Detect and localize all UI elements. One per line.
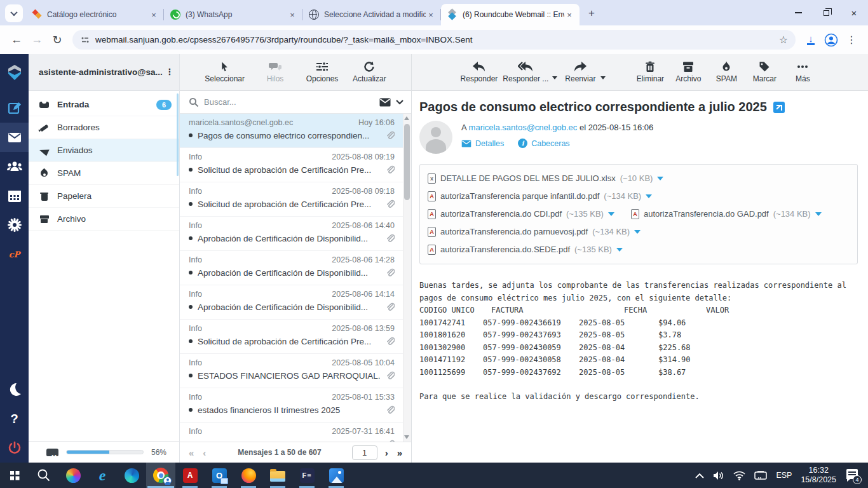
message-row[interactable]: Info 2025-08-01 15:33 estados financiero… — [180, 388, 411, 423]
browser-menu-button[interactable]: ⋮ — [841, 30, 862, 50]
tab-close-icon[interactable]: × — [564, 10, 574, 20]
folder-item[interactable]: Papelera — [29, 185, 179, 208]
delete-button[interactable]: Eliminar — [634, 61, 667, 83]
wifi-icon[interactable] — [733, 471, 745, 480]
search-options-chevron-icon[interactable] — [396, 100, 403, 105]
spam-button[interactable]: SPAM — [710, 61, 743, 83]
attachment[interactable]: x DETALLE DE PAGOS DEL MES DE JULIO.xlsx… — [428, 170, 833, 187]
contacts-nav-button[interactable] — [0, 152, 29, 181]
page-number-input[interactable] — [352, 445, 377, 460]
attachment-name[interactable]: autorizaTransferencia.do GAD.pdf — [644, 205, 769, 223]
language-indicator[interactable]: ESP — [776, 471, 792, 480]
attachment[interactable]: A autorizaTransferencia.do parnuevosj.pd… — [428, 223, 833, 241]
message-row[interactable]: Info 2025-08-06 14:28 Aprobación de Cert… — [180, 251, 411, 285]
attachment[interactable]: A autorizaTransferencia parque infantil.… — [428, 187, 833, 205]
reply-button[interactable]: Responder — [461, 61, 498, 83]
search-input[interactable] — [204, 97, 374, 107]
mark-button[interactable]: Marcar — [748, 61, 781, 83]
settings-nav-button[interactable] — [0, 210, 29, 240]
reply-all-dropdown[interactable] — [552, 76, 557, 79]
forward-button[interactable]: Reenviar — [564, 61, 597, 83]
first-page-button[interactable]: « — [187, 447, 195, 458]
reload-button[interactable]: ↻ — [47, 30, 67, 50]
forward-button[interactable]: → — [27, 30, 47, 50]
attachment-name[interactable]: autorizaTransferencia.do.SEDE.pdf — [440, 241, 570, 259]
tab-close-icon[interactable]: × — [287, 10, 297, 20]
refresh-button[interactable]: Actualizar — [353, 61, 386, 83]
tab-search-button[interactable] — [5, 4, 23, 22]
folder-item[interactable]: Archivo — [29, 208, 179, 231]
notification-center-button[interactable]: 4 — [845, 467, 862, 484]
reply-all-button[interactable]: Responder ... — [503, 61, 548, 83]
archive-button[interactable]: Archivo — [672, 61, 705, 83]
attachment[interactable]: A autorizaTransferencia.do CDI.pdf (~135… — [428, 205, 614, 223]
folder-item[interactable]: Borradores — [29, 116, 179, 139]
attachment-menu-caret[interactable] — [815, 212, 822, 216]
attachment-menu-caret[interactable] — [608, 212, 614, 216]
open-in-new-window-icon[interactable] — [773, 102, 785, 113]
address-bar[interactable]: webmail.sanjuan.gob.ec/cpsess2676495776/… — [72, 30, 796, 50]
attachment-menu-caret[interactable] — [657, 177, 663, 180]
headers-toggle[interactable]: i Cabeceras — [518, 139, 569, 148]
virtual-desktop-icon[interactable] — [754, 471, 767, 480]
back-button[interactable]: ← — [6, 30, 27, 50]
list-scrollbar[interactable] — [403, 114, 411, 442]
site-info-icon[interactable] — [80, 35, 90, 45]
help-button[interactable]: ? — [0, 404, 29, 433]
attachment-name[interactable]: DETALLE DE PAGOS DEL MES DE JULIO.xlsx — [440, 170, 616, 187]
prev-page-button[interactable]: ‹ — [201, 447, 207, 458]
scrollbar-thumb[interactable] — [404, 124, 410, 200]
attachment[interactable]: A autorizaTransferencia.do GAD.pdf (~134… — [631, 205, 822, 223]
acrobat-button[interactable]: A — [175, 463, 205, 488]
taskbar-search-button[interactable] — [29, 463, 58, 488]
search-scope-mail-icon[interactable] — [379, 98, 391, 107]
attachment-name[interactable]: autorizaTransferencia.do parnuevosj.pdf — [440, 223, 588, 241]
attachment-name[interactable]: autorizaTransferencia.do CDI.pdf — [440, 205, 562, 223]
minimize-button[interactable] — [784, 0, 812, 25]
next-page-button[interactable]: › — [384, 447, 390, 458]
message-row[interactable]: Info 2025-07-31 16:41 — [180, 423, 411, 442]
profile-button[interactable] — [821, 30, 841, 50]
select-button[interactable]: Seleccionar — [205, 61, 245, 83]
folder-item[interactable]: SPAM — [29, 162, 179, 185]
edge-button[interactable] — [117, 463, 146, 488]
clock[interactable]: 16:32 15/8/2025 — [801, 466, 836, 485]
tab-close-icon[interactable]: × — [426, 10, 436, 20]
message-row[interactable]: Info 2025-08-06 14:40 Aprobación de Cert… — [180, 217, 411, 251]
browser-tab[interactable]: Catálogo electrónico × — [25, 4, 164, 25]
message-row[interactable]: maricela.santos@cnel.gob.ec Hoy 16:06 Pa… — [180, 114, 411, 148]
attachment-name[interactable]: autorizaTransferencia parque infantil.do… — [440, 187, 599, 205]
outlook-button[interactable]: O — [205, 463, 234, 488]
message-row[interactable]: Info 2025-08-05 10:04 ESTADOS FINANCIERO… — [180, 354, 411, 388]
new-tab-button[interactable]: + — [583, 5, 600, 22]
volume-icon[interactable] — [713, 471, 724, 480]
folder-item[interactable]: Entrada 6 — [29, 93, 179, 116]
sidebar-scrollbar[interactable] — [177, 93, 179, 176]
message-row[interactable]: Info 2025-08-08 09:18 Solicitud de aprob… — [180, 182, 411, 217]
tray-expand-chevron[interactable] — [695, 473, 704, 478]
compose-button[interactable] — [0, 93, 29, 123]
forward-dropdown[interactable] — [600, 76, 606, 79]
dark-mode-button[interactable] — [0, 375, 29, 404]
browser-tab[interactable]: (3) WhatsApp × — [164, 4, 302, 25]
logout-button[interactable] — [0, 433, 29, 463]
scroll-up-icon[interactable] — [404, 116, 409, 120]
photos-button[interactable] — [322, 463, 351, 488]
message-row[interactable]: Info 2025-08-06 13:59 Solicitud de aprob… — [180, 320, 411, 354]
bookmark-star-icon[interactable]: ☆ — [779, 34, 788, 46]
copilot-button[interactable] — [58, 463, 88, 488]
chrome-button[interactable] — [146, 463, 175, 488]
mail-nav-button[interactable] — [0, 123, 29, 152]
tab-close-icon[interactable]: × — [149, 10, 159, 20]
folder-item[interactable]: Enviados — [29, 139, 179, 162]
downloads-button[interactable]: ↓ — [801, 30, 821, 50]
sender-email-link[interactable]: maricela.santos@cnel.gob.ec — [469, 123, 578, 132]
account-menu-button[interactable]: ⁝ — [165, 71, 174, 74]
message-row[interactable]: Info 2025-08-06 14:14 Aprobación de Cert… — [180, 285, 411, 320]
file-explorer-button[interactable] — [263, 463, 292, 488]
attachment-menu-caret[interactable] — [634, 230, 641, 234]
cpanel-nav-button[interactable]: cP — [0, 240, 29, 269]
calendar-nav-button[interactable] — [0, 181, 29, 210]
close-button[interactable]: × — [840, 0, 868, 25]
internet-explorer-button[interactable]: e — [88, 463, 117, 488]
